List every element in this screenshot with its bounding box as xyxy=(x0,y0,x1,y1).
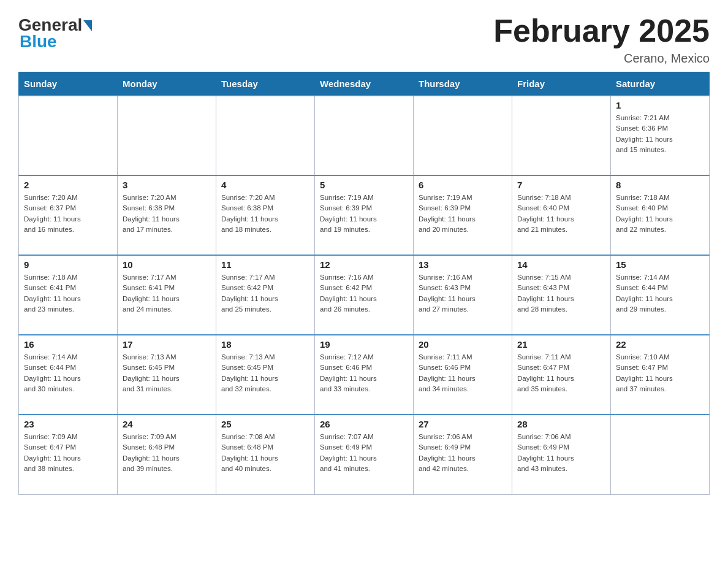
day-number: 23 xyxy=(24,419,112,429)
calendar-cell: 2Sunrise: 7:20 AMSunset: 6:37 PMDaylight… xyxy=(19,175,118,255)
calendar-cell: 23Sunrise: 7:09 AMSunset: 6:47 PMDayligh… xyxy=(19,415,118,494)
calendar-cell: 16Sunrise: 7:14 AMSunset: 6:44 PMDayligh… xyxy=(19,335,118,415)
day-info: Sunrise: 7:20 AMSunset: 6:37 PMDaylight:… xyxy=(24,193,112,235)
week-row-4: 16Sunrise: 7:14 AMSunset: 6:44 PMDayligh… xyxy=(19,335,710,415)
day-number: 2 xyxy=(24,180,112,190)
calendar-cell: 12Sunrise: 7:16 AMSunset: 6:42 PMDayligh… xyxy=(315,255,414,335)
day-number: 14 xyxy=(517,259,605,270)
week-row-3: 9Sunrise: 7:18 AMSunset: 6:41 PMDaylight… xyxy=(19,255,710,335)
calendar-cell: 20Sunrise: 7:11 AMSunset: 6:46 PMDayligh… xyxy=(414,335,512,415)
calendar-cell: 19Sunrise: 7:12 AMSunset: 6:46 PMDayligh… xyxy=(315,335,414,415)
day-info: Sunrise: 7:19 AMSunset: 6:39 PMDaylight:… xyxy=(419,193,507,235)
calendar-cell: 7Sunrise: 7:18 AMSunset: 6:40 PMDaylight… xyxy=(512,175,611,255)
day-info: Sunrise: 7:13 AMSunset: 6:45 PMDaylight:… xyxy=(123,352,211,394)
calendar-cell: 1Sunrise: 7:21 AMSunset: 6:36 PMDaylight… xyxy=(611,96,710,175)
day-info: Sunrise: 7:16 AMSunset: 6:43 PMDaylight:… xyxy=(419,272,507,315)
day-info: Sunrise: 7:15 AMSunset: 6:43 PMDaylight:… xyxy=(517,272,605,315)
day-number: 19 xyxy=(320,339,408,350)
calendar-cell: 17Sunrise: 7:13 AMSunset: 6:45 PMDayligh… xyxy=(118,335,216,415)
header-day-wednesday: Wednesday xyxy=(315,72,414,96)
day-info: Sunrise: 7:06 AMSunset: 6:49 PMDaylight:… xyxy=(419,432,507,474)
day-info: Sunrise: 7:08 AMSunset: 6:48 PMDaylight:… xyxy=(221,432,309,474)
calendar-cell xyxy=(216,96,315,175)
day-number: 13 xyxy=(419,259,507,270)
day-info: Sunrise: 7:12 AMSunset: 6:46 PMDaylight:… xyxy=(320,352,408,394)
day-info: Sunrise: 7:11 AMSunset: 6:46 PMDaylight:… xyxy=(419,352,507,394)
day-info: Sunrise: 7:11 AMSunset: 6:47 PMDaylight:… xyxy=(517,352,605,394)
day-number: 26 xyxy=(320,419,408,429)
day-info: Sunrise: 7:06 AMSunset: 6:49 PMDaylight:… xyxy=(517,432,605,474)
day-info: Sunrise: 7:18 AMSunset: 6:41 PMDaylight:… xyxy=(24,272,112,315)
logo-blue: Blue xyxy=(20,32,57,52)
calendar-cell: 3Sunrise: 7:20 AMSunset: 6:38 PMDaylight… xyxy=(118,175,216,255)
calendar-cell: 26Sunrise: 7:07 AMSunset: 6:49 PMDayligh… xyxy=(315,415,414,494)
day-info: Sunrise: 7:14 AMSunset: 6:44 PMDaylight:… xyxy=(616,272,704,315)
calendar-cell: 28Sunrise: 7:06 AMSunset: 6:49 PMDayligh… xyxy=(512,415,611,494)
header-row: SundayMondayTuesdayWednesdayThursdayFrid… xyxy=(19,72,710,96)
header-day-sunday: Sunday xyxy=(19,72,118,96)
day-info: Sunrise: 7:13 AMSunset: 6:45 PMDaylight:… xyxy=(221,352,309,394)
week-row-5: 23Sunrise: 7:09 AMSunset: 6:47 PMDayligh… xyxy=(19,415,710,494)
day-number: 7 xyxy=(517,180,605,190)
day-number: 10 xyxy=(123,259,211,270)
day-number: 22 xyxy=(616,339,704,350)
day-number: 25 xyxy=(221,419,309,429)
calendar-cell: 9Sunrise: 7:18 AMSunset: 6:41 PMDaylight… xyxy=(19,255,118,335)
day-info: Sunrise: 7:09 AMSunset: 6:47 PMDaylight:… xyxy=(24,432,112,474)
day-info: Sunrise: 7:19 AMSunset: 6:39 PMDaylight:… xyxy=(320,193,408,235)
calendar-cell: 22Sunrise: 7:10 AMSunset: 6:47 PMDayligh… xyxy=(611,335,710,415)
header-day-thursday: Thursday xyxy=(414,72,512,96)
location: Cerano, Mexico xyxy=(493,52,710,66)
calendar-cell xyxy=(118,96,216,175)
day-info: Sunrise: 7:21 AMSunset: 6:36 PMDaylight:… xyxy=(616,113,704,155)
day-number: 21 xyxy=(517,339,605,350)
day-number: 11 xyxy=(221,259,309,270)
day-info: Sunrise: 7:17 AMSunset: 6:41 PMDaylight:… xyxy=(123,272,211,315)
header-day-friday: Friday xyxy=(512,72,611,96)
day-number: 1 xyxy=(616,100,704,110)
calendar-cell: 15Sunrise: 7:14 AMSunset: 6:44 PMDayligh… xyxy=(611,255,710,335)
calendar-cell xyxy=(315,96,414,175)
calendar-cell: 27Sunrise: 7:06 AMSunset: 6:49 PMDayligh… xyxy=(414,415,512,494)
logo-arrow-icon xyxy=(83,20,92,31)
day-number: 9 xyxy=(24,259,112,270)
calendar-cell: 6Sunrise: 7:19 AMSunset: 6:39 PMDaylight… xyxy=(414,175,512,255)
calendar-body: 1Sunrise: 7:21 AMSunset: 6:36 PMDaylight… xyxy=(19,96,710,494)
week-row-1: 1Sunrise: 7:21 AMSunset: 6:36 PMDaylight… xyxy=(19,96,710,175)
day-number: 24 xyxy=(123,419,211,429)
month-title: February 2025 xyxy=(493,12,710,49)
logo: General Blue xyxy=(18,12,92,52)
calendar-cell: 14Sunrise: 7:15 AMSunset: 6:43 PMDayligh… xyxy=(512,255,611,335)
day-number: 12 xyxy=(320,259,408,270)
calendar-cell: 8Sunrise: 7:18 AMSunset: 6:40 PMDaylight… xyxy=(611,175,710,255)
calendar-cell: 5Sunrise: 7:19 AMSunset: 6:39 PMDaylight… xyxy=(315,175,414,255)
day-info: Sunrise: 7:18 AMSunset: 6:40 PMDaylight:… xyxy=(517,193,605,235)
day-number: 27 xyxy=(419,419,507,429)
week-row-2: 2Sunrise: 7:20 AMSunset: 6:37 PMDaylight… xyxy=(19,175,710,255)
title-area: February 2025 Cerano, Mexico xyxy=(493,12,710,66)
day-number: 4 xyxy=(221,180,309,190)
calendar-cell xyxy=(414,96,512,175)
day-number: 6 xyxy=(419,180,507,190)
calendar-cell xyxy=(611,415,710,494)
day-number: 16 xyxy=(24,339,112,350)
calendar-cell: 11Sunrise: 7:17 AMSunset: 6:42 PMDayligh… xyxy=(216,255,315,335)
calendar-cell: 13Sunrise: 7:16 AMSunset: 6:43 PMDayligh… xyxy=(414,255,512,335)
calendar-table: SundayMondayTuesdayWednesdayThursdayFrid… xyxy=(18,72,710,495)
calendar-cell: 24Sunrise: 7:09 AMSunset: 6:48 PMDayligh… xyxy=(118,415,216,494)
header-day-monday: Monday xyxy=(118,72,216,96)
day-info: Sunrise: 7:20 AMSunset: 6:38 PMDaylight:… xyxy=(221,193,309,235)
header: General Blue February 2025 Cerano, Mexic… xyxy=(18,12,710,66)
calendar-cell: 25Sunrise: 7:08 AMSunset: 6:48 PMDayligh… xyxy=(216,415,315,494)
header-day-saturday: Saturday xyxy=(611,72,710,96)
day-number: 20 xyxy=(419,339,507,350)
calendar-cell xyxy=(512,96,611,175)
day-number: 5 xyxy=(320,180,408,190)
day-info: Sunrise: 7:09 AMSunset: 6:48 PMDaylight:… xyxy=(123,432,211,474)
day-info: Sunrise: 7:14 AMSunset: 6:44 PMDaylight:… xyxy=(24,352,112,394)
header-day-tuesday: Tuesday xyxy=(216,72,315,96)
day-info: Sunrise: 7:07 AMSunset: 6:49 PMDaylight:… xyxy=(320,432,408,474)
day-number: 18 xyxy=(221,339,309,350)
calendar-cell: 10Sunrise: 7:17 AMSunset: 6:41 PMDayligh… xyxy=(118,255,216,335)
calendar-cell: 18Sunrise: 7:13 AMSunset: 6:45 PMDayligh… xyxy=(216,335,315,415)
